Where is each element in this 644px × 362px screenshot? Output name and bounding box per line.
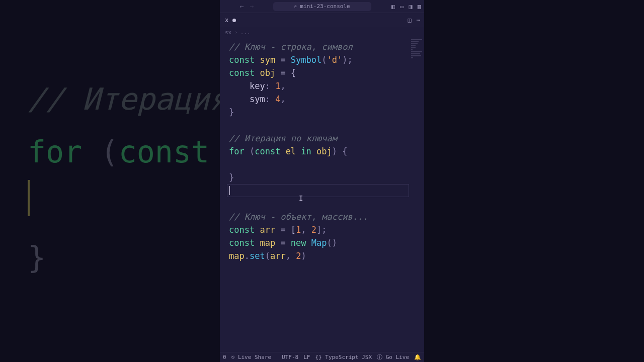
more-actions-icon[interactable]: ⋯ xyxy=(417,17,420,24)
code-comment: // Ключ - строка, символ xyxy=(229,42,353,52)
braces-icon: {} xyxy=(315,354,325,360)
panel-right-icon[interactable]: ◨ xyxy=(409,3,413,10)
nav-forward-icon[interactable]: → xyxy=(250,3,254,10)
status-eol[interactable]: LF xyxy=(303,354,310,360)
tab-bar: x ◫ ⋯ xyxy=(220,13,424,27)
split-editor-icon[interactable]: ◫ xyxy=(408,17,412,24)
code-comment: // Итерация по ключам xyxy=(229,133,337,143)
status-problems-count[interactable]: 0 xyxy=(223,354,226,360)
project-name: mini-23-console xyxy=(300,3,350,10)
panel-left-icon[interactable]: ◧ xyxy=(391,3,395,10)
background-zoom-left: // Итерация for (const e } // Ключ - об … xyxy=(0,0,220,362)
vscode-window: ← → ⌕ mini-23-console ◧ ▭ ◨ ▦ x ◫ ⋯ xyxy=(220,0,424,362)
chevron-right-icon: › xyxy=(234,30,237,35)
panel-bottom-icon[interactable]: ▭ xyxy=(400,3,404,10)
nav-back-icon[interactable]: ← xyxy=(240,3,244,10)
breadcrumb[interactable]: sx › ... xyxy=(220,27,424,37)
status-language[interactable]: {} TypeScript JSX xyxy=(315,354,372,360)
tab-filename-tail: x xyxy=(225,17,228,24)
status-bar: 0 ⎋ Live Share UTF-8 LF {} TypeScript JS… xyxy=(220,352,424,362)
unsaved-dot-icon xyxy=(232,19,236,22)
active-line-highlight xyxy=(227,184,409,197)
editor-body[interactable]: // Ключ - строка, символ const sym = Sym… xyxy=(220,37,424,352)
text-caret xyxy=(229,186,230,195)
breadcrumb-file-tail: sx xyxy=(225,29,231,36)
command-center[interactable]: ⌕ mini-23-console xyxy=(273,2,371,11)
live-share-icon: ⎋ xyxy=(231,354,238,360)
minimap[interactable] xyxy=(411,39,422,59)
breadcrumb-rest: ... xyxy=(240,29,251,36)
search-icon: ⌕ xyxy=(294,4,297,9)
bell-icon[interactable]: 🔔 xyxy=(414,354,421,360)
background-zoom-right: бъект, массив... xyxy=(424,0,644,362)
mouse-ibeam-cursor: 𝙸 xyxy=(299,194,303,202)
editor-tab[interactable]: x xyxy=(220,13,241,27)
layout-grid-icon[interactable]: ▦ xyxy=(418,3,421,10)
status-live-share[interactable]: ⎋ Live Share xyxy=(231,354,271,360)
bg-line: // Итерация xyxy=(28,81,220,117)
broadcast-icon: ⓘ xyxy=(377,354,386,360)
code-comment: // Ключ - объект, массив... xyxy=(229,212,368,222)
status-go-live[interactable]: ⓘ Go Live xyxy=(377,353,409,361)
title-bar: ← → ⌕ mini-23-console ◧ ▭ ◨ ▦ xyxy=(220,0,424,13)
status-encoding[interactable]: UTF-8 xyxy=(282,354,298,360)
